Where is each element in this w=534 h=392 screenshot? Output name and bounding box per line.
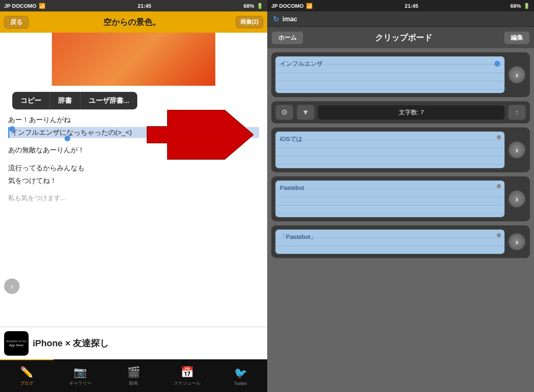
clip-label-1: インフルエンザ (280, 60, 323, 68)
clip-arrow-3[interactable]: › (508, 190, 526, 208)
share-icon: ↑ (515, 108, 519, 117)
share-button[interactable]: ↑ (508, 105, 526, 120)
selection-end-dot (65, 136, 70, 141)
right-battery-icon: 🔋 (523, 3, 530, 9)
right-wifi-icon: 📶 (306, 3, 313, 9)
video-icon: 🎬 (127, 366, 140, 379)
tab-blog[interactable]: ✏️ ブログ (0, 359, 54, 392)
tab-video[interactable]: 🎬 動画 (107, 359, 161, 392)
store-name-text: App Store (9, 343, 24, 347)
clip-arrow-1[interactable]: › (508, 66, 526, 84)
tab-gallery[interactable]: 📷 ギャラリー (54, 359, 107, 392)
imac-header: ↻ imac (267, 11, 534, 27)
refresh-icon[interactable]: ↻ (273, 15, 279, 24)
store-avail-text: Available on the (6, 340, 27, 343)
left-panel: JP DOCOMO 📶 21:45 68% 🔋 戻る 空からの景色。 画像(2)… (0, 0, 267, 392)
left-nav-bar: 戻る 空からの景色。 画像(2) (0, 11, 267, 33)
clip-text-4[interactable]: 「Pastebot」 (275, 229, 505, 254)
filter-button[interactable]: ▼ (297, 105, 315, 120)
context-dictionary[interactable]: 辞書 (50, 92, 80, 109)
back-button[interactable]: 戻る (4, 16, 29, 29)
content-image (52, 33, 215, 86)
blog-icon: ✏️ (20, 366, 33, 379)
settings-button[interactable]: ⚙ (275, 105, 293, 120)
tab-blog-label: ブログ (20, 380, 34, 386)
clip-arrow-icon-4: › (516, 237, 518, 247)
imac-title-text: imac (282, 16, 297, 23)
clip-arrow-icon-3: › (516, 194, 518, 204)
left-nav-title: 空からの景色。 (103, 17, 161, 28)
clip-dot-3 (497, 184, 501, 188)
text-block-2: あの無敵なあーりんが！ (8, 145, 259, 156)
settings-icon: ⚙ (281, 108, 288, 117)
left-content-area: コピー 辞書 ユーザ辞書... あー！あーりんがね インフルエンザになっちゃった… (0, 33, 267, 327)
text-line-selected: インフルエンザになっちゃったの(>_<) (8, 127, 259, 138)
home-button[interactable]: ホーム (271, 31, 304, 45)
left-battery-icon: 🔋 (257, 3, 263, 9)
clip-label-4: 「Pastebot」 (280, 233, 316, 241)
clip-dot-1 (494, 61, 500, 67)
char-count: 文字数: 7 (318, 105, 505, 120)
clip-text-3[interactable]: Pastebot (275, 180, 505, 217)
left-tab-bar: ✏️ ブログ 📷 ギャラリー 🎬 動画 📅 スケジュール 🐦 Twitter (0, 359, 267, 392)
app-store-icon: Available on the App Store (4, 331, 29, 356)
context-copy[interactable]: コピー (12, 92, 50, 109)
tab-schedule-label: スケジュール (174, 380, 201, 386)
text-line-5: 気をつけてね！ (8, 175, 259, 186)
clip-arrow-icon-1: › (516, 70, 518, 80)
clip-card-4: 「Pastebot」 › (271, 225, 530, 258)
text-line-1: あー！あーりんがね (8, 114, 259, 125)
right-battery: 68% (510, 3, 521, 9)
right-carrier: JP DOCOMO (271, 3, 304, 9)
context-menu: コピー 辞書 ユーザ辞書... (12, 92, 137, 109)
left-battery: 68% (244, 3, 254, 9)
left-text-body: あー！あーりんがね インフルエンザになっちゃったの(>_<) あの無敵なあーりん… (0, 110, 267, 214)
clip-toolbar: ⚙ ▼ 文字数: 7 ↑ (271, 101, 530, 123)
text-block-3: 流行ってるからみんなも 気をつけてね！ (8, 163, 259, 186)
clip-arrow-icon-2: › (516, 145, 518, 155)
right-nav-bar: ホーム クリップボード 編集 (267, 27, 534, 48)
right-status-bar: JP DOCOMO 📶 21:45 68% 🔋 (267, 0, 534, 11)
right-panel: JP DOCOMO 📶 21:45 68% 🔋 ↻ imac ホーム クリップボ… (267, 0, 534, 392)
text-line-greyed: 私も気をつけます... (8, 193, 259, 203)
left-carrier: JP DOCOMO (4, 3, 36, 9)
tab-video-label: 動画 (129, 380, 138, 386)
text-line-3: あの無敵なあーりんが！ (8, 145, 259, 156)
right-time: 21:45 (404, 3, 418, 9)
clip-text-1[interactable]: インフルエンザ (275, 56, 505, 93)
ad-text: iPhone × 友達探し (33, 337, 109, 350)
left-time: 21:45 (138, 3, 151, 9)
context-user-dictionary[interactable]: ユーザ辞書... (80, 92, 137, 109)
clip-label-2: iOSでは (280, 135, 302, 143)
clip-arrow-4[interactable]: › (508, 233, 526, 251)
scroll-indicator: › (4, 278, 20, 294)
tab-gallery-label: ギャラリー (69, 380, 92, 386)
clip-dot-2 (497, 135, 501, 139)
ad-banner: Available on the App Store iPhone × 友達探し (0, 327, 267, 359)
clip-card-1: インフルエンザ › (271, 52, 530, 97)
right-content-area[interactable]: インフルエンザ › ⚙ ▼ 文字数: 7 ↑ iOSでは (267, 48, 534, 392)
clip-dot-4 (497, 233, 501, 237)
clip-text-2[interactable]: iOSでは (275, 131, 505, 168)
tab-schedule[interactable]: 📅 スケジュール (160, 359, 214, 392)
gallery-icon: 📷 (74, 366, 87, 379)
edit-button[interactable]: 編集 (504, 31, 530, 45)
tab-twitter[interactable]: 🐦 Twitter (214, 359, 267, 392)
text-line-4: 流行ってるからみんなも (8, 163, 259, 174)
clip-arrow-2[interactable]: › (508, 141, 526, 159)
clip-card-2: iOSでは › (271, 127, 530, 172)
twitter-icon: 🐦 (234, 367, 247, 379)
left-wifi-icon: 📶 (39, 3, 45, 9)
text-block-4: 私も気をつけます... (8, 193, 259, 203)
clipboard-title: クリップボード (307, 32, 500, 43)
left-status-bar: JP DOCOMO 📶 21:45 68% 🔋 (0, 0, 267, 11)
tab-twitter-label: Twitter (234, 381, 247, 386)
clip-card-3: Pastebot › (271, 176, 530, 221)
images-button[interactable]: 画像(2) (236, 16, 263, 28)
clip-label-3: Pastebot (280, 184, 304, 191)
selected-text-content: インフルエンザになっちゃったの(>_<) (11, 129, 132, 136)
schedule-icon: 📅 (181, 366, 194, 379)
text-block-1: あー！あーりんがね インフルエンザになっちゃったの(>_<) (8, 114, 259, 138)
filter-icon: ▼ (302, 108, 309, 117)
